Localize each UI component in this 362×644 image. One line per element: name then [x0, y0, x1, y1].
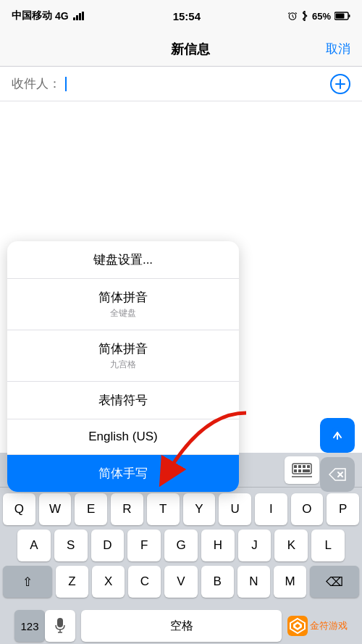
- key-c[interactable]: C: [128, 566, 161, 598]
- keyboard-right-icon: [292, 463, 312, 477]
- key-d[interactable]: D: [91, 530, 125, 561]
- carrier-label: 中国移动: [12, 9, 52, 22]
- key-a[interactable]: A: [17, 530, 51, 561]
- key-y[interactable]: Y: [183, 493, 216, 525]
- menu-item-pinyin-full[interactable]: 简体拼音 全键盘: [7, 279, 239, 330]
- status-right: 65%: [287, 11, 350, 22]
- keyboard-backspace-key[interactable]: ⌫: [310, 566, 359, 598]
- status-bar: 中国移动 4G 15:54: [0, 0, 362, 32]
- keyboard-row-1: Q W E R T Y U I O P: [3, 493, 359, 525]
- menu-item-english-us-label: English (US): [7, 430, 239, 444]
- key-k[interactable]: K: [274, 530, 308, 561]
- svg-rect-3: [82, 12, 84, 20]
- key-z[interactable]: Z: [56, 566, 88, 598]
- recipient-label: 收件人：: [12, 75, 61, 92]
- brand-icon: [287, 616, 308, 636]
- menu-item-emoji[interactable]: 表情符号: [7, 382, 239, 419]
- bluetooth-icon: [301, 11, 308, 21]
- menu-item-pinyin-nine[interactable]: 简体拼音 九宫格: [7, 330, 239, 382]
- key-f[interactable]: F: [127, 530, 161, 561]
- svg-rect-43: [303, 469, 310, 472]
- num-toggle-button[interactable]: 123: [14, 610, 45, 642]
- brand-text: 金符游戏: [310, 619, 348, 632]
- menu-item-pinyin-nine-subtitle: 九宫格: [7, 359, 239, 371]
- key-g[interactable]: G: [164, 530, 198, 561]
- shift-key[interactable]: ⇧: [3, 566, 52, 598]
- recipient-row: 收件人：: [0, 67, 362, 101]
- key-w[interactable]: W: [39, 493, 72, 525]
- text-cursor: [65, 77, 67, 91]
- battery-icon: [334, 12, 350, 20]
- keyboard-type-right-button[interactable]: [285, 456, 319, 484]
- cancel-button[interactable]: 取消: [326, 41, 350, 57]
- network-label: 4G: [55, 10, 69, 22]
- key-p[interactable]: P: [327, 493, 359, 525]
- main-keyboard: Q W E R T Y U I O P A S D F G H J K: [0, 488, 362, 608]
- key-j[interactable]: J: [238, 530, 272, 561]
- send-button[interactable]: [320, 418, 355, 453]
- key-s[interactable]: S: [54, 530, 88, 561]
- key-l[interactable]: L: [311, 530, 345, 561]
- menu-item-handwriting-label: 简体手写: [7, 465, 239, 482]
- microphone-icon: [55, 618, 65, 634]
- key-n[interactable]: N: [237, 566, 270, 598]
- key-e[interactable]: E: [75, 493, 107, 525]
- svg-rect-0: [73, 17, 75, 20]
- menu-item-keyboard-settings[interactable]: 键盘设置...: [7, 241, 239, 279]
- brand-logo: 金符游戏: [287, 616, 348, 636]
- status-time: 15:54: [173, 10, 201, 22]
- keyboard-context-menu: 键盘设置... 简体拼音 全键盘 简体拼音 九宫格 表情符号 English (…: [7, 241, 239, 492]
- svg-rect-40: [303, 465, 306, 468]
- menu-item-english-us[interactable]: English (US): [7, 419, 239, 455]
- backspace-icon: [329, 468, 346, 481]
- svg-rect-38: [294, 465, 297, 468]
- key-q[interactable]: Q: [3, 493, 35, 525]
- key-m[interactable]: M: [274, 566, 306, 598]
- microphone-button[interactable]: [45, 610, 75, 642]
- battery-label: 65%: [312, 11, 331, 22]
- send-icon: [329, 427, 345, 443]
- key-u[interactable]: U: [219, 493, 251, 525]
- alarm-icon: [287, 11, 298, 21]
- menu-item-pinyin-full-title: 简体拼音: [7, 289, 239, 306]
- key-v[interactable]: V: [164, 566, 197, 598]
- key-x[interactable]: X: [92, 566, 125, 598]
- backspace-button[interactable]: [320, 457, 355, 492]
- keyboard-row-3: ⇧ Z X C V B N M ⌫: [3, 566, 359, 598]
- nav-bar: 新信息 取消: [0, 32, 362, 67]
- keyboard-row-2: A S D F G H J K L: [3, 530, 359, 561]
- key-r[interactable]: R: [111, 493, 143, 525]
- key-i[interactable]: I: [255, 493, 287, 525]
- menu-item-pinyin-nine-title: 简体拼音: [7, 340, 239, 357]
- svg-line-8: [295, 12, 297, 14]
- nav-title: 新信息: [171, 41, 210, 58]
- keyboard-area: 键盘设置... 简体拼音 全键盘 简体拼音 九宫格 表情符号 English (…: [0, 453, 362, 644]
- plus-icon: [335, 79, 345, 89]
- key-o[interactable]: O: [291, 493, 324, 525]
- svg-rect-41: [307, 465, 310, 468]
- menu-item-emoji-label: 表情符号: [7, 392, 239, 409]
- svg-line-6: [292, 17, 294, 18]
- svg-rect-39: [298, 465, 301, 468]
- keyboard-bottom-bar: 123 空格 金符游戏: [0, 608, 362, 644]
- signal-icon: [73, 12, 86, 20]
- app-container: 中国移动 4G 15:54: [0, 0, 362, 644]
- status-left: 中国移动 4G: [12, 9, 86, 22]
- menu-item-pinyin-full-subtitle: 全键盘: [7, 307, 239, 319]
- keyboard-right-buttons: [320, 418, 355, 492]
- svg-rect-1: [76, 15, 78, 20]
- add-recipient-button[interactable]: [330, 74, 350, 94]
- space-key[interactable]: 空格: [81, 610, 282, 642]
- menu-item-keyboard-settings-label: 键盘设置...: [7, 251, 239, 268]
- svg-rect-46: [57, 618, 63, 627]
- key-t[interactable]: T: [147, 493, 180, 525]
- key-b[interactable]: B: [201, 566, 234, 598]
- svg-line-7: [288, 12, 290, 14]
- svg-rect-12: [336, 14, 345, 19]
- svg-rect-11: [349, 14, 350, 17]
- svg-rect-2: [79, 13, 81, 20]
- key-h[interactable]: H: [201, 530, 235, 561]
- menu-item-handwriting[interactable]: 简体手写: [7, 455, 239, 492]
- svg-rect-42: [294, 469, 297, 472]
- svg-rect-44: [298, 469, 301, 472]
